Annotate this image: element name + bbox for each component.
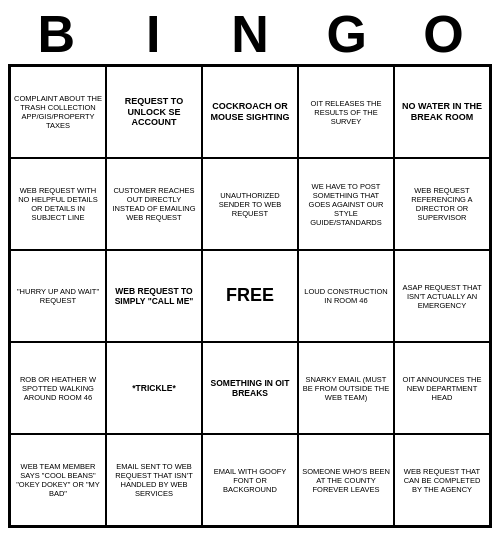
letter-b: B	[16, 8, 96, 60]
bingo-cell-1[interactable]: REQUEST TO UNLOCK SE ACCOUNT	[106, 66, 202, 158]
bingo-cell-22[interactable]: EMAIL WITH GOOFY FONT OR BACKGROUND	[202, 434, 298, 526]
bingo-cell-2[interactable]: COCKROACH OR MOUSE SIGHTING	[202, 66, 298, 158]
bingo-cell-23[interactable]: SOMEONE WHO'S BEEN AT THE COUNTY FOREVER…	[298, 434, 394, 526]
bingo-title: B I N G O	[8, 8, 492, 60]
bingo-cell-11[interactable]: WEB REQUEST TO SIMPLY "CALL ME"	[106, 250, 202, 342]
bingo-cell-4[interactable]: NO WATER IN THE BREAK ROOM	[394, 66, 490, 158]
bingo-cell-18[interactable]: SNARKY EMAIL (MUST BE FROM OUTSIDE THE W…	[298, 342, 394, 434]
letter-o: O	[404, 8, 484, 60]
bingo-cell-13[interactable]: LOUD CONSTRUCTION IN ROOM 46	[298, 250, 394, 342]
bingo-cell-7[interactable]: UNAUTHORIZED SENDER TO WEB REQUEST	[202, 158, 298, 250]
bingo-cell-21[interactable]: EMAIL SENT TO WEB REQUEST THAT ISN'T HAN…	[106, 434, 202, 526]
bingo-cell-3[interactable]: OIT RELEASES THE RESULTS OF THE SURVEY	[298, 66, 394, 158]
bingo-cell-20[interactable]: WEB TEAM MEMBER SAYS "COOL BEANS" "OKEY …	[10, 434, 106, 526]
bingo-cell-6[interactable]: CUSTOMER REACHES OUT DIRECTLY INSTEAD OF…	[106, 158, 202, 250]
letter-n: N	[210, 8, 290, 60]
bingo-cell-9[interactable]: WEB REQUEST REFERENCING A DIRECTOR OR SU…	[394, 158, 490, 250]
letter-i: I	[113, 8, 193, 60]
bingo-cell-14[interactable]: ASAP REQUEST THAT ISN'T ACTUALLY AN EMER…	[394, 250, 490, 342]
bingo-cell-12[interactable]: FREE	[202, 250, 298, 342]
bingo-cell-16[interactable]: *TRICKLE*	[106, 342, 202, 434]
bingo-cell-24[interactable]: WEB REQUEST THAT CAN BE COMPLETED BY THE…	[394, 434, 490, 526]
bingo-cell-17[interactable]: SOMETHING IN OIT BREAKS	[202, 342, 298, 434]
letter-g: G	[307, 8, 387, 60]
bingo-cell-5[interactable]: WEB REQUEST WITH NO HELPFUL DETAILS OR D…	[10, 158, 106, 250]
bingo-cell-19[interactable]: OIT ANNOUNCES THE NEW DEPARTMENT HEAD	[394, 342, 490, 434]
bingo-cell-10[interactable]: "HURRY UP AND WAIT" REQUEST	[10, 250, 106, 342]
bingo-cell-8[interactable]: WE HAVE TO POST SOMETHING THAT GOES AGAI…	[298, 158, 394, 250]
bingo-grid: COMPLAINT ABOUT THE TRASH COLLECTION APP…	[8, 64, 492, 528]
bingo-cell-15[interactable]: ROB OR HEATHER W SPOTTED WALKING AROUND …	[10, 342, 106, 434]
bingo-cell-0[interactable]: COMPLAINT ABOUT THE TRASH COLLECTION APP…	[10, 66, 106, 158]
